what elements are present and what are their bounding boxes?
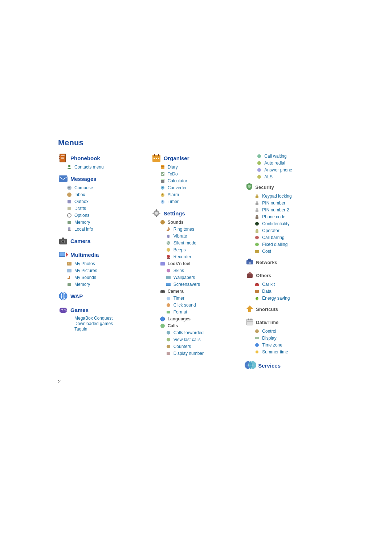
summertime-icon — [254, 349, 260, 355]
menu-item-als[interactable]: ALS — [248, 174, 334, 180]
svg-rect-59 — [156, 209, 157, 211]
menu-item-autoredial[interactable]: Auto redial — [248, 160, 334, 166]
messages-header: Messages — [58, 174, 148, 184]
operator-label: Operator — [262, 228, 279, 233]
menu-item-cost[interactable]: Cost — [246, 248, 334, 255]
counters-icon — [165, 343, 172, 350]
menu-item-camera-settings[interactable]: Camera — [151, 288, 241, 295]
menu-item-callsforwarded[interactable]: Calls forwarded — [151, 329, 241, 336]
camera-settings-icon — [159, 288, 166, 295]
menu-item-mysounds[interactable]: My Sounds — [58, 274, 148, 281]
menu-item-pinnumber[interactable]: PIN number — [246, 200, 334, 206]
wallpapers-label: Wallpapers — [173, 275, 195, 280]
svg-point-38 — [65, 309, 66, 310]
svg-text:✏: ✏ — [68, 186, 70, 190]
menu-item-viewlastcalls[interactable]: View last calls — [151, 336, 241, 343]
phonecode-label: Phone code — [262, 214, 285, 219]
menu-item-languages[interactable]: Languages — [151, 316, 241, 322]
menu-item-ringtones[interactable]: Ring tones — [151, 226, 241, 232]
menu-item-compose[interactable]: ✏ Compose — [58, 185, 148, 191]
menu-item-timer-cam[interactable]: Timer — [151, 295, 241, 301]
outbox-label: Outbox — [74, 199, 89, 204]
menu-item-alarm[interactable]: Alarm — [151, 191, 241, 198]
menu-item-counters[interactable]: Counters — [151, 343, 241, 350]
camera-header: Camera — [58, 236, 148, 246]
menu-item-pinnumber2[interactable]: PIN number 2 — [246, 207, 334, 213]
menu-item-energysaving[interactable]: Energy saving — [246, 295, 334, 301]
shortcuts-title: Shortcuts — [256, 307, 278, 312]
menu-item-inbox[interactable]: Inbox — [58, 191, 148, 198]
menu-item-megabox[interactable]: MegaBox Conquest — [58, 316, 148, 321]
menu-item-todo[interactable]: ToDo — [151, 171, 241, 177]
callbarring-label: Call barring — [262, 235, 284, 240]
menu-item-callbarring[interactable]: Call barring — [246, 234, 334, 241]
menu-item-memory[interactable]: Memory — [58, 219, 148, 226]
menu-item-timezone[interactable]: Time zone — [246, 342, 334, 348]
menu-item-options[interactable]: Options — [58, 212, 148, 219]
wap-title: WAP — [70, 293, 83, 299]
menu-item-wallpapers[interactable]: Wallpapers — [151, 274, 241, 281]
menu-item-carkit[interactable]: Car kit — [246, 281, 334, 288]
menu-item-data[interactable]: Data — [246, 288, 334, 295]
menu-item-clicksound[interactable]: Click sound — [151, 302, 241, 308]
outbox-icon — [66, 198, 73, 205]
beeps-label: Beeps — [173, 247, 186, 252]
memory2-icon — [66, 281, 73, 288]
menu-item-display[interactable]: Display — [246, 335, 334, 341]
format-label: Format — [173, 309, 187, 315]
beeps-icon — [165, 247, 172, 253]
menu-item-screensavers[interactable]: Screensavers — [151, 281, 241, 288]
cost-icon — [254, 248, 260, 255]
menu-item-diary[interactable]: Diary — [151, 164, 241, 170]
menu-item-vibrate[interactable]: Vibrate — [151, 233, 241, 239]
menu-item-callwaiting[interactable]: Call waiting — [248, 153, 334, 159]
multimedia-header: Multimedia — [58, 250, 148, 260]
menu-item-outbox[interactable]: Outbox — [58, 198, 148, 205]
menu-item-timer-org[interactable]: Timer — [151, 198, 241, 205]
menu-item-downloaded[interactable]: Downloaded games — [58, 321, 148, 326]
menu-item-calculator[interactable]: Calculator — [151, 178, 241, 184]
menu-item-silentmode[interactable]: Silent mode — [151, 240, 241, 246]
menu-item-format[interactable]: Format — [151, 309, 241, 315]
menu-item-skins[interactable]: Skins — [151, 267, 241, 274]
svg-rect-76 — [166, 283, 171, 286]
svg-rect-94 — [256, 196, 258, 198]
menu-item-answerphone[interactable]: Answer phone — [248, 167, 334, 173]
menu-item-operator[interactable]: Operator — [246, 227, 334, 234]
inbox-label: Inbox — [74, 192, 85, 197]
svg-rect-95 — [256, 195, 258, 197]
menu-item-calls[interactable]: Calls — [151, 323, 241, 329]
menu-item-mypictures[interactable]: My Pictures — [58, 267, 148, 274]
svg-rect-56 — [162, 200, 163, 202]
carkit-icon — [254, 281, 260, 288]
menu-item-memory2[interactable]: Memory — [58, 281, 148, 288]
menu-item-sounds[interactable]: Sounds — [151, 219, 241, 226]
sounds-icon — [159, 219, 166, 226]
menu-item-phonecode[interactable]: Phone code — [246, 214, 334, 220]
menu-item-localinfo[interactable]: Local info — [58, 226, 148, 232]
svg-rect-51 — [161, 179, 164, 180]
menu-item-displaynumber[interactable]: Display number — [151, 350, 241, 357]
menu-item-summertime[interactable]: Summer time — [246, 349, 334, 355]
svg-rect-41 — [154, 154, 155, 156]
column-1: Phonebook Contacts menu — [58, 153, 148, 375]
menu-item-keypadlocking[interactable]: Keypad locking — [246, 193, 334, 199]
recorder-icon — [165, 254, 172, 260]
menu-item-contacts[interactable]: Contacts menu — [58, 164, 148, 170]
menu-item-control[interactable]: Control — [246, 328, 334, 335]
menu-item-confidentiality[interactable]: Confidentiality — [246, 220, 334, 227]
drafts-icon — [66, 205, 73, 212]
menu-item-looknfeel[interactable]: Look'n feel — [151, 260, 241, 267]
menu-item-myphotos[interactable]: My Photos — [58, 260, 148, 267]
todo-label: ToDo — [168, 171, 178, 177]
svg-rect-101 — [256, 215, 258, 217]
menu-item-beeps[interactable]: Beeps — [151, 247, 241, 253]
menu-item-recorder[interactable]: Recorder — [151, 254, 241, 260]
svg-rect-60 — [156, 215, 157, 217]
menu-item-drafts[interactable]: Drafts — [58, 205, 148, 212]
menu-item-converter[interactable]: Converter — [151, 185, 241, 191]
callwaiting-label: Call waiting — [264, 154, 286, 159]
menu-item-fixeddialling[interactable]: Fixed dialling — [246, 241, 334, 248]
languages-label: Languages — [168, 316, 191, 321]
menu-item-taquin[interactable]: Taquin — [58, 327, 148, 332]
